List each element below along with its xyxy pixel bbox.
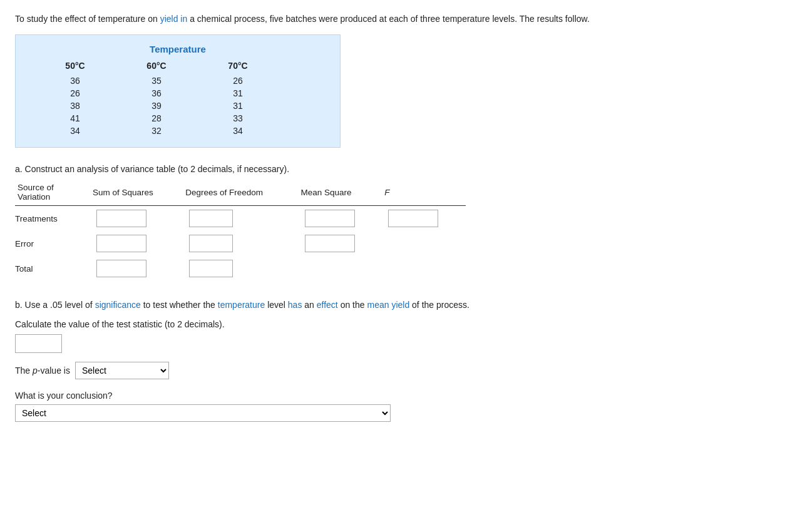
cell-r5c1: 34 xyxy=(34,126,116,136)
input-error-df[interactable] xyxy=(189,235,233,252)
input-error-ms[interactable] xyxy=(305,235,355,252)
anova-table: Source of Variation Sum of Squares Degre… xyxy=(15,180,466,281)
cell-r1c2: 35 xyxy=(116,76,197,86)
input-total-df[interactable] xyxy=(189,260,233,277)
input-treatments-ss[interactable] xyxy=(96,210,146,227)
highlight-in: in xyxy=(180,14,187,24)
data-grid: 50°C 60°C 70°C 36 35 26 26 36 31 38 39 3… xyxy=(34,61,321,136)
cell-treatments-f xyxy=(382,206,466,232)
highlight-effect: effect xyxy=(317,300,338,310)
th-source: Source of Variation xyxy=(15,180,90,206)
input-treatments-ms[interactable] xyxy=(305,210,355,227)
cell-error-df xyxy=(183,231,298,256)
cell-r1c3: 26 xyxy=(197,76,279,86)
cell-treatments-ss xyxy=(90,206,183,232)
temperature-header: Temperature xyxy=(34,44,321,54)
cell-r4c2: 28 xyxy=(116,113,197,123)
col-header-50: 50°C xyxy=(34,61,116,73)
conclusion-label: What is your conclusion? xyxy=(15,391,785,401)
test-statistic-input[interactable] xyxy=(15,334,62,353)
part-b-text: b. Use a .05 level of significance to te… xyxy=(15,299,785,312)
cell-total-f xyxy=(382,256,466,281)
col-header-70: 70°C xyxy=(197,61,279,73)
th-df: Degrees of Freedom xyxy=(183,180,298,206)
cell-r2c3: 31 xyxy=(197,88,279,98)
cell-r5c3: 34 xyxy=(197,126,279,136)
input-error-ss[interactable] xyxy=(96,235,146,252)
cell-treatments-df xyxy=(183,206,298,232)
cell-error-ss xyxy=(90,231,183,256)
highlight-significance: significance xyxy=(95,300,141,310)
cell-r3c1: 38 xyxy=(34,101,116,111)
pvalue-row: The p-value is Select xyxy=(15,362,785,379)
cell-r2c1: 26 xyxy=(34,88,116,98)
part-a-label: a. Construct an analysis of variance tab… xyxy=(15,164,785,174)
cell-r3c2: 39 xyxy=(116,101,197,111)
cell-r4c3: 33 xyxy=(197,113,279,123)
th-f: F xyxy=(382,180,466,206)
pvalue-label: The p-value is xyxy=(15,366,70,376)
conclusion-select[interactable]: Select xyxy=(15,404,391,422)
table-row-error: Error xyxy=(15,231,466,256)
label-error: Error xyxy=(15,231,90,256)
cell-error-f xyxy=(382,231,466,256)
label-total: Total xyxy=(15,256,90,281)
th-sum-squares: Sum of Squares xyxy=(90,180,183,206)
cell-r3c3: 31 xyxy=(197,101,279,111)
cell-r1c1: 36 xyxy=(34,76,116,86)
cell-r4c1: 41 xyxy=(34,113,116,123)
cell-r2c2: 36 xyxy=(116,88,197,98)
input-treatments-df[interactable] xyxy=(189,210,233,227)
highlight-has: has xyxy=(288,300,302,310)
cell-r5c2: 32 xyxy=(116,126,197,136)
cell-error-ms xyxy=(299,231,382,256)
input-treatments-f[interactable] xyxy=(388,210,438,227)
part-b: b. Use a .05 level of significance to te… xyxy=(15,299,785,422)
calc-label: Calculate the value of the test statisti… xyxy=(15,319,785,329)
th-mean-square: Mean Square xyxy=(299,180,382,206)
intro-text: To study the effect of temperature on yi… xyxy=(15,13,785,26)
data-table-wrapper: Temperature 50°C 60°C 70°C 36 35 26 26 3… xyxy=(15,34,341,148)
highlight-mean: mean yield xyxy=(367,300,409,310)
cell-treatments-ms xyxy=(299,206,382,232)
highlight-temperature: temperature xyxy=(218,300,265,310)
highlight-yield: yield xyxy=(160,14,178,24)
cell-total-ss xyxy=(90,256,183,281)
pvalue-select[interactable]: Select xyxy=(75,362,169,379)
label-treatments: Treatments xyxy=(15,206,90,232)
table-row-treatments: Treatments xyxy=(15,206,466,232)
cell-total-ms xyxy=(299,256,382,281)
col-header-60: 60°C xyxy=(116,61,197,73)
input-total-ss[interactable] xyxy=(96,260,146,277)
cell-total-df xyxy=(183,256,298,281)
table-row-total: Total xyxy=(15,256,466,281)
